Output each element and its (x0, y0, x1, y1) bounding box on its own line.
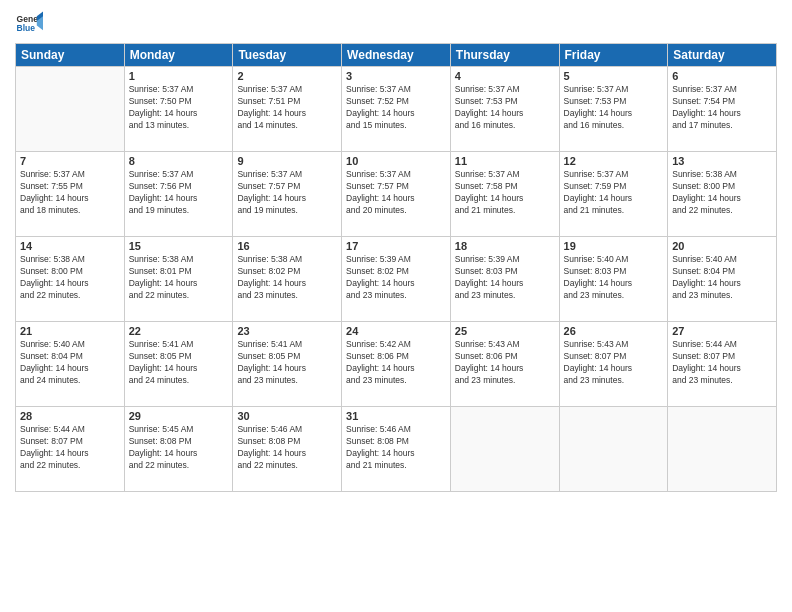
day-cell: 29Sunrise: 5:45 AMSunset: 8:08 PMDayligh… (124, 407, 233, 492)
day-number: 12 (564, 155, 664, 167)
week-row-3: 14Sunrise: 5:38 AMSunset: 8:00 PMDayligh… (16, 237, 777, 322)
day-number: 5 (564, 70, 664, 82)
day-info: Sunrise: 5:40 AMSunset: 8:04 PMDaylight:… (672, 254, 772, 302)
day-info: Sunrise: 5:46 AMSunset: 8:08 PMDaylight:… (237, 424, 337, 472)
day-info: Sunrise: 5:43 AMSunset: 8:07 PMDaylight:… (564, 339, 664, 387)
header-row: SundayMondayTuesdayWednesdayThursdayFrid… (16, 44, 777, 67)
day-cell: 3Sunrise: 5:37 AMSunset: 7:52 PMDaylight… (342, 67, 451, 152)
day-info: Sunrise: 5:38 AMSunset: 8:01 PMDaylight:… (129, 254, 229, 302)
day-cell (450, 407, 559, 492)
header: General Blue (15, 10, 777, 38)
day-number: 28 (20, 410, 120, 422)
header-cell-wednesday: Wednesday (342, 44, 451, 67)
day-cell: 17Sunrise: 5:39 AMSunset: 8:02 PMDayligh… (342, 237, 451, 322)
day-cell: 21Sunrise: 5:40 AMSunset: 8:04 PMDayligh… (16, 322, 125, 407)
day-cell: 11Sunrise: 5:37 AMSunset: 7:58 PMDayligh… (450, 152, 559, 237)
logo-icon: General Blue (15, 10, 43, 38)
day-number: 20 (672, 240, 772, 252)
day-cell: 30Sunrise: 5:46 AMSunset: 8:08 PMDayligh… (233, 407, 342, 492)
day-info: Sunrise: 5:40 AMSunset: 8:03 PMDaylight:… (564, 254, 664, 302)
day-number: 29 (129, 410, 229, 422)
day-info: Sunrise: 5:37 AMSunset: 7:58 PMDaylight:… (455, 169, 555, 217)
day-info: Sunrise: 5:41 AMSunset: 8:05 PMDaylight:… (129, 339, 229, 387)
day-number: 30 (237, 410, 337, 422)
day-number: 17 (346, 240, 446, 252)
page: General Blue SundayMondayTuesdayWednesda… (0, 0, 792, 612)
day-info: Sunrise: 5:37 AMSunset: 7:59 PMDaylight:… (564, 169, 664, 217)
day-cell: 28Sunrise: 5:44 AMSunset: 8:07 PMDayligh… (16, 407, 125, 492)
day-number: 7 (20, 155, 120, 167)
day-number: 21 (20, 325, 120, 337)
header-cell-friday: Friday (559, 44, 668, 67)
day-info: Sunrise: 5:42 AMSunset: 8:06 PMDaylight:… (346, 339, 446, 387)
day-info: Sunrise: 5:37 AMSunset: 7:52 PMDaylight:… (346, 84, 446, 132)
day-info: Sunrise: 5:43 AMSunset: 8:06 PMDaylight:… (455, 339, 555, 387)
day-cell: 12Sunrise: 5:37 AMSunset: 7:59 PMDayligh… (559, 152, 668, 237)
day-number: 16 (237, 240, 337, 252)
day-number: 22 (129, 325, 229, 337)
header-cell-saturday: Saturday (668, 44, 777, 67)
header-cell-thursday: Thursday (450, 44, 559, 67)
day-cell: 9Sunrise: 5:37 AMSunset: 7:57 PMDaylight… (233, 152, 342, 237)
day-cell: 24Sunrise: 5:42 AMSunset: 8:06 PMDayligh… (342, 322, 451, 407)
day-cell: 1Sunrise: 5:37 AMSunset: 7:50 PMDaylight… (124, 67, 233, 152)
day-info: Sunrise: 5:39 AMSunset: 8:02 PMDaylight:… (346, 254, 446, 302)
day-number: 2 (237, 70, 337, 82)
day-cell: 25Sunrise: 5:43 AMSunset: 8:06 PMDayligh… (450, 322, 559, 407)
day-cell: 20Sunrise: 5:40 AMSunset: 8:04 PMDayligh… (668, 237, 777, 322)
day-number: 10 (346, 155, 446, 167)
day-cell (668, 407, 777, 492)
week-row-2: 7Sunrise: 5:37 AMSunset: 7:55 PMDaylight… (16, 152, 777, 237)
day-info: Sunrise: 5:37 AMSunset: 7:57 PMDaylight:… (237, 169, 337, 217)
day-cell: 16Sunrise: 5:38 AMSunset: 8:02 PMDayligh… (233, 237, 342, 322)
day-cell: 18Sunrise: 5:39 AMSunset: 8:03 PMDayligh… (450, 237, 559, 322)
day-number: 6 (672, 70, 772, 82)
day-cell: 5Sunrise: 5:37 AMSunset: 7:53 PMDaylight… (559, 67, 668, 152)
day-cell: 27Sunrise: 5:44 AMSunset: 8:07 PMDayligh… (668, 322, 777, 407)
day-info: Sunrise: 5:37 AMSunset: 7:51 PMDaylight:… (237, 84, 337, 132)
day-number: 15 (129, 240, 229, 252)
day-info: Sunrise: 5:37 AMSunset: 7:53 PMDaylight:… (455, 84, 555, 132)
day-info: Sunrise: 5:41 AMSunset: 8:05 PMDaylight:… (237, 339, 337, 387)
day-info: Sunrise: 5:37 AMSunset: 7:53 PMDaylight:… (564, 84, 664, 132)
logo: General Blue (15, 10, 43, 38)
day-info: Sunrise: 5:46 AMSunset: 8:08 PMDaylight:… (346, 424, 446, 472)
day-info: Sunrise: 5:44 AMSunset: 8:07 PMDaylight:… (672, 339, 772, 387)
day-info: Sunrise: 5:44 AMSunset: 8:07 PMDaylight:… (20, 424, 120, 472)
day-cell: 6Sunrise: 5:37 AMSunset: 7:54 PMDaylight… (668, 67, 777, 152)
svg-text:Blue: Blue (17, 23, 36, 33)
header-cell-sunday: Sunday (16, 44, 125, 67)
day-info: Sunrise: 5:37 AMSunset: 7:56 PMDaylight:… (129, 169, 229, 217)
day-info: Sunrise: 5:38 AMSunset: 8:00 PMDaylight:… (672, 169, 772, 217)
day-number: 1 (129, 70, 229, 82)
day-number: 11 (455, 155, 555, 167)
day-number: 27 (672, 325, 772, 337)
day-info: Sunrise: 5:45 AMSunset: 8:08 PMDaylight:… (129, 424, 229, 472)
day-cell: 4Sunrise: 5:37 AMSunset: 7:53 PMDaylight… (450, 67, 559, 152)
day-info: Sunrise: 5:37 AMSunset: 7:50 PMDaylight:… (129, 84, 229, 132)
day-info: Sunrise: 5:37 AMSunset: 7:54 PMDaylight:… (672, 84, 772, 132)
week-row-4: 21Sunrise: 5:40 AMSunset: 8:04 PMDayligh… (16, 322, 777, 407)
day-cell: 2Sunrise: 5:37 AMSunset: 7:51 PMDaylight… (233, 67, 342, 152)
day-number: 14 (20, 240, 120, 252)
day-number: 13 (672, 155, 772, 167)
day-cell (559, 407, 668, 492)
day-number: 3 (346, 70, 446, 82)
day-number: 18 (455, 240, 555, 252)
day-number: 24 (346, 325, 446, 337)
day-info: Sunrise: 5:38 AMSunset: 8:02 PMDaylight:… (237, 254, 337, 302)
day-number: 9 (237, 155, 337, 167)
day-cell: 8Sunrise: 5:37 AMSunset: 7:56 PMDaylight… (124, 152, 233, 237)
header-cell-monday: Monday (124, 44, 233, 67)
day-cell: 13Sunrise: 5:38 AMSunset: 8:00 PMDayligh… (668, 152, 777, 237)
day-info: Sunrise: 5:37 AMSunset: 7:55 PMDaylight:… (20, 169, 120, 217)
day-info: Sunrise: 5:40 AMSunset: 8:04 PMDaylight:… (20, 339, 120, 387)
day-cell: 14Sunrise: 5:38 AMSunset: 8:00 PMDayligh… (16, 237, 125, 322)
week-row-5: 28Sunrise: 5:44 AMSunset: 8:07 PMDayligh… (16, 407, 777, 492)
day-info: Sunrise: 5:37 AMSunset: 7:57 PMDaylight:… (346, 169, 446, 217)
day-info: Sunrise: 5:39 AMSunset: 8:03 PMDaylight:… (455, 254, 555, 302)
day-cell: 22Sunrise: 5:41 AMSunset: 8:05 PMDayligh… (124, 322, 233, 407)
day-number: 23 (237, 325, 337, 337)
day-number: 4 (455, 70, 555, 82)
day-cell: 31Sunrise: 5:46 AMSunset: 8:08 PMDayligh… (342, 407, 451, 492)
